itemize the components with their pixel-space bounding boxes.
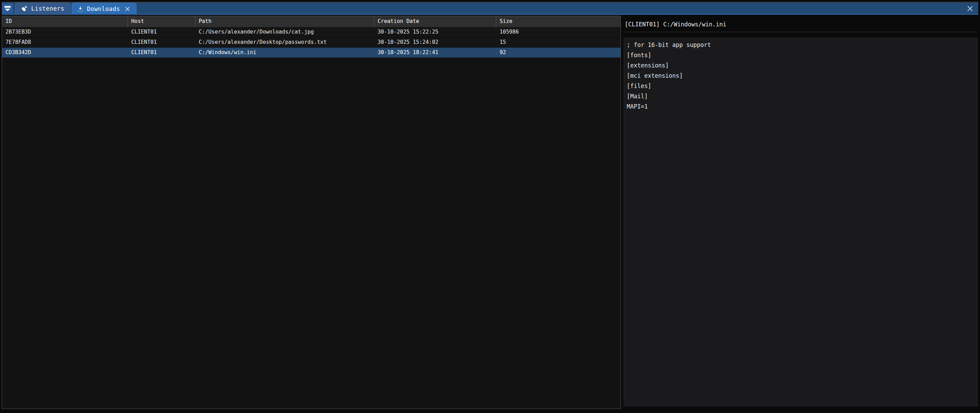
cell-path: C:/Windows/win.ini [195, 48, 374, 57]
cell-path: C:/Users/alexander/Downloads/cat.jpg [195, 27, 374, 37]
cell-host: CLIENT01 [128, 48, 195, 57]
cell-size: 92 [496, 48, 620, 57]
table-row[interactable]: CD3B342DCLIENT01C:/Windows/win.ini30-10-… [2, 48, 620, 58]
preview-line: [files] [627, 81, 974, 91]
cell-path: C:/Users/alexander/Desktop/passwords.txt [195, 37, 374, 47]
cell-size: 105986 [496, 27, 620, 37]
preview-line: [fonts] [627, 50, 974, 60]
preview-separator [624, 32, 978, 32]
preview-line: ; for 16-bit app support [627, 40, 974, 50]
table-row[interactable]: 7E78FAD8CLIENT01C:/Users/alexander/Deskt… [2, 37, 620, 48]
cell-size: 15 [496, 37, 620, 47]
cell-id: 2B73EB3D [2, 27, 128, 37]
downloads-table: IDHostPathCreation DateSize 2B73EB3DCLIE… [2, 16, 621, 409]
satellite-icon [21, 5, 27, 12]
app-window: ListenersDownloads IDHostPathCreation Da… [0, 0, 980, 413]
table-row[interactable]: 2B73EB3DCLIENT01C:/Users/alexander/Downl… [2, 27, 620, 37]
cell-id: 7E78FAD8 [2, 37, 128, 47]
column-header-id[interactable]: ID [2, 16, 128, 27]
tab-bar: ListenersDownloads [2, 2, 978, 15]
preview-line: [Mail] [627, 91, 974, 102]
collapse-down-icon [4, 5, 11, 11]
cell-host: CLIENT01 [128, 37, 195, 47]
cell-id: CD3B342D [2, 48, 128, 57]
preview-line: [extensions] [627, 60, 974, 71]
preview-title: [CLIENT01] C:/Windows/win.ini [625, 21, 726, 28]
column-header-creation-date[interactable]: Creation Date [374, 16, 496, 27]
close-icon[interactable] [965, 3, 975, 14]
tab-close-icon[interactable] [124, 6, 130, 12]
tab-list-button[interactable] [2, 3, 13, 14]
tab-listeners[interactable]: Listeners [15, 3, 70, 14]
cell-creation-date: 30-10-2025 15:24:02 [374, 37, 496, 47]
column-header-path[interactable]: Path [195, 16, 374, 27]
tab-label: Listeners [31, 5, 64, 12]
tab-label: Downloads [87, 5, 120, 12]
cell-creation-date: 30-10-2025 15:22:25 [374, 27, 496, 37]
cell-host: CLIENT01 [128, 27, 195, 37]
preview-line: MAPI=1 [627, 102, 974, 112]
column-header-host[interactable]: Host [128, 16, 195, 27]
download-icon [78, 6, 83, 12]
tab-downloads[interactable]: Downloads [72, 3, 137, 15]
table-body: 2B73EB3DCLIENT01C:/Users/alexander/Downl… [2, 27, 620, 58]
file-preview-box[interactable]: ; for 16-bit app support[fonts][extensio… [624, 38, 978, 406]
table-header-row: IDHostPathCreation DateSize [2, 16, 620, 27]
cell-creation-date: 30-10-2025 18:22:41 [374, 48, 496, 57]
column-header-size[interactable]: Size [496, 16, 620, 27]
preview-line: [mci extensions] [627, 71, 974, 81]
